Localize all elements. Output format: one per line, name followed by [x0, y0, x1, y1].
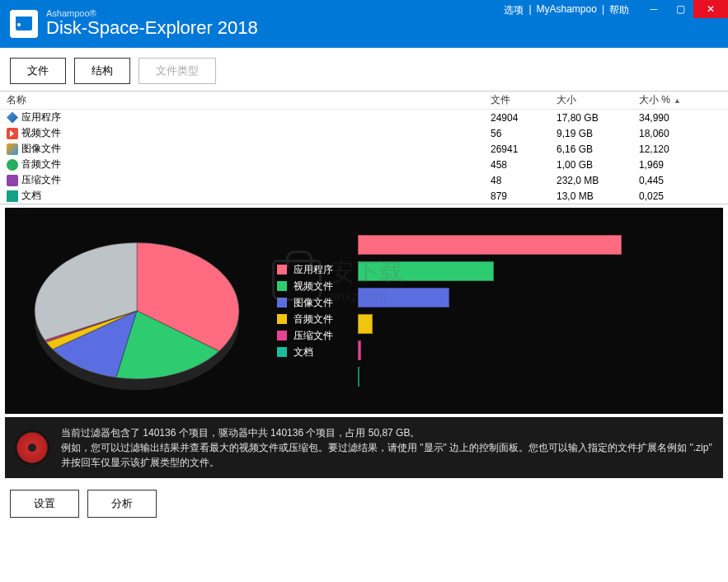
- tab-files[interactable]: 文件: [10, 58, 66, 84]
- table-row[interactable]: 音频文件 458 1,00 GB 1,969: [0, 157, 728, 172]
- archive-icon: [7, 175, 18, 186]
- table-row[interactable]: 应用程序 24904 17,80 GB 34,990: [0, 110, 728, 125]
- audio-icon: [7, 159, 18, 171]
- chart-area: 应用程序视频文件图像文件音频文件压缩文件文档: [5, 208, 723, 414]
- bar: [358, 288, 449, 307]
- link-options[interactable]: 选项: [504, 3, 524, 17]
- legend-item: 压缩文件: [277, 329, 333, 343]
- legend-swatch: [277, 265, 287, 275]
- table-row[interactable]: 压缩文件 48 232,0 MB 0,445: [0, 172, 728, 188]
- link-help[interactable]: 帮助: [609, 3, 629, 17]
- analyze-button[interactable]: 分析: [87, 490, 157, 518]
- bar: [358, 340, 361, 360]
- video-icon: [7, 128, 18, 139]
- info-line1: 当前过滤器包含了 140136 个项目，驱动器中共 140136 个项目，占用 …: [61, 425, 713, 440]
- title-links: 选项 | MyAshampoo | 帮助: [504, 3, 629, 17]
- close-button[interactable]: ✕: [693, 0, 728, 18]
- table-row[interactable]: 文档 879 13,0 MB 0,025: [0, 188, 728, 204]
- bar-chart: [358, 235, 622, 387]
- info-panel: 当前过滤器包含了 140136 个项目，驱动器中共 140136 个项目，占用 …: [5, 417, 723, 478]
- titlebar: Ashampoo® Disk-Space-Explorer 2018 选项 | …: [0, 0, 728, 48]
- legend-swatch: [277, 281, 287, 291]
- tab-structure[interactable]: 结构: [74, 58, 130, 84]
- hdd-icon: [15, 430, 49, 465]
- sort-arrow-icon: ▲: [674, 96, 681, 105]
- tab-row: 文件 结构 文件类型: [0, 48, 728, 91]
- doc-icon: [7, 190, 18, 202]
- legend-item: 音频文件: [277, 312, 333, 326]
- bar: [358, 235, 622, 255]
- legend-swatch: [277, 314, 287, 324]
- maximize-button[interactable]: ▢: [667, 0, 693, 18]
- minimize-button[interactable]: ─: [641, 0, 667, 18]
- tab-filetypes[interactable]: 文件类型: [139, 58, 216, 84]
- header-files[interactable]: 文件: [491, 93, 557, 107]
- table-row[interactable]: 视频文件 56 9,19 GB 18,060: [0, 125, 728, 141]
- file-table: 名称 文件 大小 大小 % ▲ 应用程序 24904 17,80 GB 34,9…: [0, 91, 728, 204]
- legend-item: 图像文件: [277, 296, 333, 310]
- legend-swatch: [277, 347, 287, 357]
- header-name[interactable]: 名称: [7, 93, 491, 107]
- legend-swatch: [277, 298, 287, 307]
- image-icon: [7, 143, 18, 155]
- window-controls: ─ ▢ ✕: [641, 0, 728, 18]
- settings-button[interactable]: 设置: [10, 490, 79, 518]
- table-row[interactable]: 图像文件 26941 6,16 GB 12,120: [0, 141, 728, 157]
- app-icon: [7, 112, 18, 124]
- svg-point-2: [17, 23, 21, 26]
- bottom-buttons: 设置 分析: [0, 481, 728, 526]
- bar: [358, 314, 373, 334]
- bar: [358, 261, 494, 281]
- legend-item: 视频文件: [277, 279, 333, 293]
- link-myashampoo[interactable]: MyAshampoo: [537, 3, 597, 17]
- legend-item: 文档: [277, 345, 333, 359]
- pie-chart: [21, 220, 252, 401]
- table-header: 名称 文件 大小 大小 % ▲: [0, 92, 728, 110]
- app-title: Disk-Space-Explorer 2018: [46, 18, 258, 38]
- legend-swatch: [277, 331, 287, 340]
- app-logo-icon: [10, 10, 38, 38]
- legend-item: 应用程序: [277, 263, 333, 277]
- chart-legend: 应用程序视频文件图像文件音频文件压缩文件文档: [277, 260, 333, 362]
- info-line2: 例如，您可以过滤输出结果并查看最大的视频文件或压缩包。要过滤结果，请使用 "显示…: [61, 440, 713, 470]
- header-size[interactable]: 大小: [557, 93, 639, 107]
- header-pct[interactable]: 大小 % ▲: [639, 93, 721, 107]
- svg-rect-1: [16, 16, 32, 20]
- bar: [358, 367, 359, 387]
